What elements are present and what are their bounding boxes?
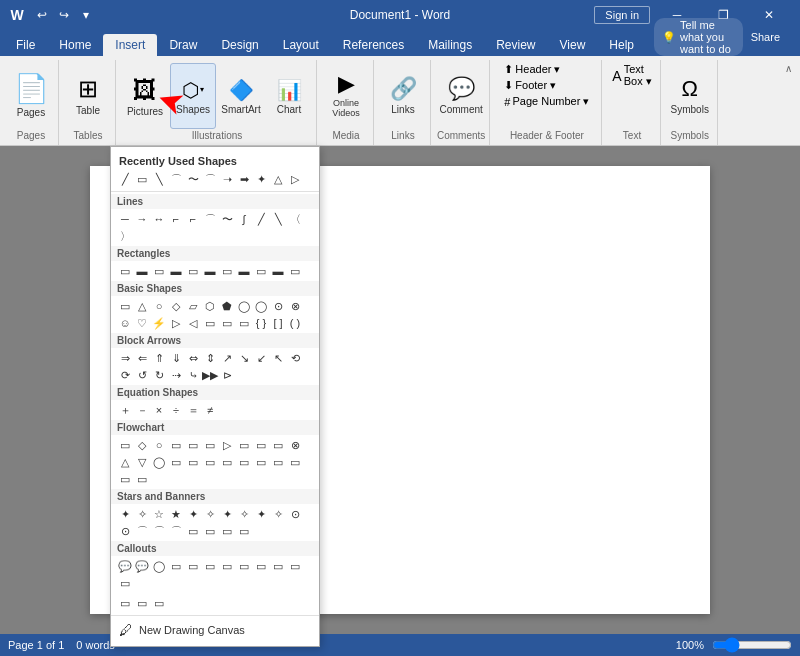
fc-15[interactable]: ▭ <box>168 454 184 470</box>
rect-5[interactable]: ▭ <box>185 263 201 279</box>
banner-4[interactable]: ▭ <box>185 523 201 539</box>
basic-15[interactable]: ▷ <box>168 315 184 331</box>
table-button[interactable]: ⊞ Table <box>65 62 111 128</box>
fc-10[interactable]: ▭ <box>270 437 286 453</box>
callout-3[interactable]: ◯ <box>151 558 167 574</box>
chart-button[interactable]: 📊 Chart <box>266 63 312 129</box>
basic-20[interactable]: { } <box>253 315 269 331</box>
ba-3[interactable]: ⇑ <box>151 350 167 366</box>
ba-7[interactable]: ↗ <box>219 350 235 366</box>
fc-16[interactable]: ▭ <box>185 454 201 470</box>
undo-button[interactable]: ↩ <box>32 5 52 25</box>
basic-2[interactable]: △ <box>134 298 150 314</box>
basic-10[interactable]: ⊙ <box>270 298 286 314</box>
fc-3[interactable]: ○ <box>151 437 167 453</box>
fc-7[interactable]: ▷ <box>219 437 235 453</box>
fc-17[interactable]: ▭ <box>202 454 218 470</box>
shapes-button[interactable]: ⬡ ▾ Shapes <box>170 63 216 129</box>
basic-11[interactable]: ⊗ <box>287 298 303 314</box>
links-button[interactable]: 🔗 Links <box>380 62 426 128</box>
shape-arrow-double[interactable]: ➡ <box>236 171 252 187</box>
fc-20[interactable]: ▭ <box>253 454 269 470</box>
tab-help[interactable]: Help <box>597 34 646 56</box>
line-arrow[interactable]: → <box>134 211 150 227</box>
ba-9[interactable]: ↙ <box>253 350 269 366</box>
line-freeform[interactable]: 〜 <box>219 211 235 227</box>
rect-1[interactable]: ▭ <box>117 263 133 279</box>
shape-rect[interactable]: ▭ <box>134 171 150 187</box>
fc-6[interactable]: ▭ <box>202 437 218 453</box>
symbols-button[interactable]: Ω Symbols <box>667 62 713 128</box>
star-7[interactable]: ✦ <box>219 506 235 522</box>
comment-button[interactable]: 💬 Comment <box>438 62 484 128</box>
smartart-button[interactable]: 🔷 SmartArt <box>218 63 264 129</box>
header-button[interactable]: ⬆ Header ▾ <box>500 62 564 77</box>
fc-23[interactable]: ▭ <box>117 471 133 487</box>
basic-22[interactable]: ( ) <box>287 315 303 331</box>
online-videos-button[interactable]: ▶ OnlineVideos <box>323 62 369 128</box>
basic-7[interactable]: ⬟ <box>219 298 235 314</box>
redo-button[interactable]: ↪ <box>54 5 74 25</box>
shape-diag[interactable]: ╲ <box>151 171 167 187</box>
pictures-button[interactable]: 🖼 Pictures <box>122 63 168 129</box>
page-number-button[interactable]: # Page Number ▾ <box>500 94 593 109</box>
callout-2[interactable]: 💬 <box>134 558 150 574</box>
star-11[interactable]: ⊙ <box>287 506 303 522</box>
ba-15[interactable]: ⇢ <box>168 367 184 383</box>
shape-tri2[interactable]: ▷ <box>287 171 303 187</box>
callout-7[interactable]: ▭ <box>219 558 235 574</box>
tab-home[interactable]: Home <box>47 34 103 56</box>
callout-13[interactable]: ▭ <box>117 595 133 611</box>
rect-10[interactable]: ▬ <box>270 263 286 279</box>
basic-3[interactable]: ○ <box>151 298 167 314</box>
banner-5[interactable]: ▭ <box>202 523 218 539</box>
fc-21[interactable]: ▭ <box>270 454 286 470</box>
tab-references[interactable]: References <box>331 34 416 56</box>
tab-review[interactable]: Review <box>484 34 547 56</box>
line-elbow2[interactable]: ⌐ <box>185 211 201 227</box>
fc-5[interactable]: ▭ <box>185 437 201 453</box>
shape-star4[interactable]: ✦ <box>253 171 269 187</box>
line-s4[interactable]: 〉 <box>117 228 133 244</box>
rect-4[interactable]: ▬ <box>168 263 184 279</box>
tab-view[interactable]: View <box>548 34 598 56</box>
banner-6[interactable]: ▭ <box>219 523 235 539</box>
shape-zigzag[interactable]: ⌒ <box>168 171 184 187</box>
shape-line[interactable]: ╱ <box>117 171 133 187</box>
rect-8[interactable]: ▬ <box>236 263 252 279</box>
fc-18[interactable]: ▭ <box>219 454 235 470</box>
basic-4[interactable]: ◇ <box>168 298 184 314</box>
star-4[interactable]: ★ <box>168 506 184 522</box>
ba-2[interactable]: ⇐ <box>134 350 150 366</box>
rect-9[interactable]: ▭ <box>253 263 269 279</box>
zoom-slider[interactable] <box>712 637 792 653</box>
line-s2[interactable]: ╲ <box>270 211 286 227</box>
callout-4[interactable]: ▭ <box>168 558 184 574</box>
line-straight[interactable]: ─ <box>117 211 133 227</box>
ba-11[interactable]: ⟲ <box>287 350 303 366</box>
ba-10[interactable]: ↖ <box>270 350 286 366</box>
basic-12[interactable]: ☺ <box>117 315 133 331</box>
sign-in-button[interactable]: Sign in <box>594 6 650 24</box>
basic-8[interactable]: ◯ <box>236 298 252 314</box>
callout-10[interactable]: ▭ <box>270 558 286 574</box>
eq-2[interactable]: － <box>134 402 150 418</box>
callout-15[interactable]: ▭ <box>151 595 167 611</box>
ba-17[interactable]: ▶▶ <box>202 367 218 383</box>
star-2[interactable]: ✧ <box>134 506 150 522</box>
basic-16[interactable]: ◁ <box>185 315 201 331</box>
tab-mailings[interactable]: Mailings <box>416 34 484 56</box>
rect-2[interactable]: ▬ <box>134 263 150 279</box>
callout-5[interactable]: ▭ <box>185 558 201 574</box>
collapse-ribbon-button[interactable]: ∧ <box>780 60 796 76</box>
tab-design[interactable]: Design <box>209 34 270 56</box>
fc-9[interactable]: ▭ <box>253 437 269 453</box>
fc-13[interactable]: ▽ <box>134 454 150 470</box>
fc-2[interactable]: ◇ <box>134 437 150 453</box>
ba-16[interactable]: ⤷ <box>185 367 201 383</box>
customize-quick-access[interactable]: ▾ <box>76 5 96 25</box>
shape-triangle[interactable]: △ <box>270 171 286 187</box>
star-5[interactable]: ✦ <box>185 506 201 522</box>
eq-6[interactable]: ≠ <box>202 402 218 418</box>
callout-14[interactable]: ▭ <box>134 595 150 611</box>
